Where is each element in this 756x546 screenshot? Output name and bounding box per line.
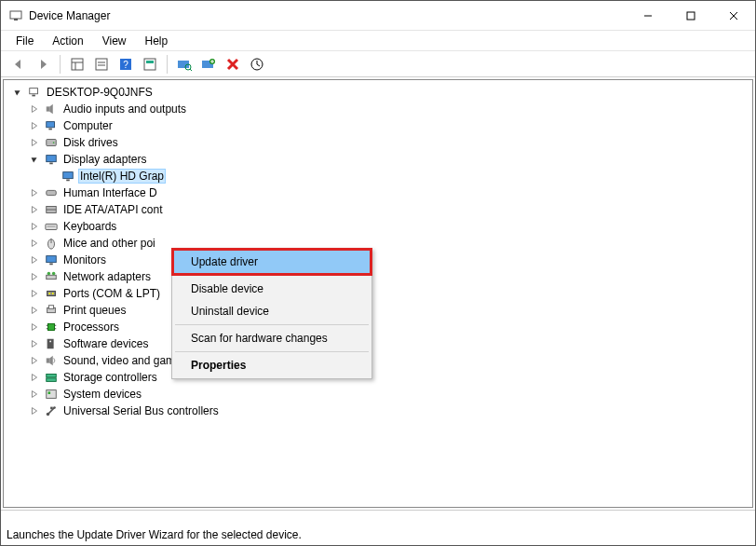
tree-category-label: System devices bbox=[61, 387, 143, 402]
close-button[interactable] bbox=[712, 1, 755, 31]
cm-uninstall-device[interactable]: Uninstall device bbox=[174, 300, 370, 322]
cm-scan-hardware[interactable]: Scan for hardware changes bbox=[174, 327, 370, 349]
scan-hardware-button[interactable] bbox=[174, 54, 195, 75]
svg-rect-0 bbox=[10, 11, 21, 19]
tree-category-label: Display adapters bbox=[61, 152, 148, 167]
svg-rect-63 bbox=[47, 378, 57, 382]
tree-toggle-icon[interactable] bbox=[28, 388, 41, 401]
tree-toggle-icon[interactable] bbox=[28, 203, 41, 216]
tree-category-label: Disk drives bbox=[61, 135, 120, 150]
tree-category[interactable]: Disk drives bbox=[7, 134, 752, 151]
tree-category[interactable]: Human Interface D bbox=[7, 184, 752, 201]
system-icon bbox=[44, 387, 59, 402]
tree-toggle-icon[interactable] bbox=[28, 304, 41, 317]
svg-rect-14 bbox=[144, 59, 155, 70]
tree-category[interactable]: Audio inputs and outputs bbox=[7, 101, 752, 117]
tree-toggle-icon[interactable] bbox=[28, 153, 41, 166]
svg-rect-44 bbox=[47, 256, 57, 263]
tree-category[interactable]: System devices bbox=[7, 386, 752, 403]
menu-help[interactable]: Help bbox=[136, 33, 178, 49]
tree-category[interactable]: Computer bbox=[7, 117, 752, 134]
tree-category[interactable]: Software devices bbox=[7, 335, 752, 352]
tree-toggle-icon[interactable] bbox=[28, 270, 41, 283]
tree-toggle-icon[interactable] bbox=[28, 354, 41, 367]
svg-rect-65 bbox=[48, 391, 51, 394]
cm-separator bbox=[175, 351, 369, 352]
uninstall-button[interactable] bbox=[223, 54, 243, 75]
svg-rect-64 bbox=[47, 390, 57, 399]
tree-toggle-icon[interactable] bbox=[28, 237, 41, 250]
properties-button[interactable] bbox=[91, 54, 112, 75]
toolbar: ? bbox=[1, 51, 755, 77]
back-button[interactable] bbox=[8, 54, 29, 75]
tree-category[interactable]: Mice and other poi bbox=[7, 235, 752, 252]
svg-rect-45 bbox=[49, 264, 53, 266]
tree-category-label: Monitors bbox=[61, 253, 108, 267]
tree-toggle-icon[interactable] bbox=[28, 136, 41, 149]
tree-toggle-icon[interactable] bbox=[28, 186, 41, 199]
tree-category[interactable]: IDE ATA/ATAPI cont bbox=[7, 201, 752, 218]
ide-icon bbox=[44, 202, 59, 217]
tree-toggle-icon[interactable] bbox=[28, 321, 41, 334]
svg-rect-53 bbox=[48, 306, 53, 309]
cm-properties[interactable]: Properties bbox=[174, 354, 370, 376]
forward-button[interactable] bbox=[33, 54, 53, 75]
window-controls bbox=[627, 1, 755, 31]
tree-toggle-icon[interactable] bbox=[28, 337, 41, 350]
svg-rect-15 bbox=[146, 61, 154, 63]
svg-rect-6 bbox=[72, 59, 83, 70]
tree-category[interactable]: Keyboards bbox=[7, 218, 752, 235]
printer-icon bbox=[44, 303, 59, 318]
svg-rect-9 bbox=[96, 59, 107, 70]
tree-root[interactable]: DESKTOP-9Q0JNFS bbox=[7, 84, 752, 101]
help-button[interactable]: ? bbox=[115, 54, 136, 75]
svg-rect-36 bbox=[66, 180, 70, 182]
tree-toggle-icon[interactable] bbox=[28, 220, 41, 233]
update-driver-button[interactable] bbox=[247, 54, 267, 75]
menu-view[interactable]: View bbox=[93, 33, 136, 49]
network-icon bbox=[44, 269, 59, 284]
tree-category-label: Network adapters bbox=[61, 269, 153, 284]
disk-icon bbox=[44, 135, 59, 150]
tree-category[interactable]: Print queues bbox=[7, 302, 752, 319]
tree-toggle-icon[interactable] bbox=[28, 119, 41, 132]
hid-icon bbox=[44, 185, 59, 200]
tree-category[interactable]: Monitors bbox=[7, 252, 752, 268]
tree-toggle-icon[interactable] bbox=[28, 287, 41, 300]
monitor-icon bbox=[44, 253, 59, 267]
cm-update-driver[interactable]: Update driver bbox=[174, 251, 370, 273]
add-legacy-button[interactable] bbox=[198, 54, 219, 75]
tree-category[interactable]: Ports (COM & LPT) bbox=[7, 285, 752, 302]
svg-rect-35 bbox=[63, 172, 74, 179]
tree-toggle-icon[interactable] bbox=[28, 102, 41, 116]
show-hide-tree-button[interactable] bbox=[67, 54, 88, 75]
tree-category[interactable]: Storage controllers bbox=[7, 369, 752, 386]
tree-category-label: Computer bbox=[61, 118, 115, 133]
sound-icon bbox=[44, 353, 59, 368]
menu-file[interactable]: File bbox=[7, 33, 43, 49]
tree-toggle-icon[interactable] bbox=[28, 404, 41, 417]
tree-category[interactable]: Sound, video and game controllers bbox=[7, 352, 752, 369]
tree-category[interactable]: Universal Serial Bus controllers bbox=[7, 403, 752, 419]
device-tree-pane[interactable]: DESKTOP-9Q0JNFSAudio inputs and outputsC… bbox=[3, 79, 753, 508]
menu-action[interactable]: Action bbox=[43, 33, 92, 49]
maximize-button[interactable] bbox=[669, 1, 712, 31]
storage-icon bbox=[44, 370, 59, 385]
action-button[interactable] bbox=[140, 54, 160, 75]
tree-toggle-icon[interactable] bbox=[28, 253, 41, 266]
tree-category[interactable]: Display adapters bbox=[7, 151, 752, 168]
tree-category[interactable]: Network adapters bbox=[7, 268, 752, 285]
svg-rect-34 bbox=[49, 163, 53, 165]
cm-disable-device[interactable]: Disable device bbox=[174, 278, 370, 300]
svg-rect-3 bbox=[687, 12, 695, 20]
svg-rect-51 bbox=[52, 293, 54, 294]
tree-toggle-icon[interactable] bbox=[11, 86, 24, 99]
svg-rect-69 bbox=[50, 407, 53, 410]
minimize-button[interactable] bbox=[627, 1, 669, 31]
toolbar-divider bbox=[167, 55, 168, 74]
tree-category-label: Audio inputs and outputs bbox=[61, 102, 188, 116]
tree-category[interactable]: Processors bbox=[7, 319, 752, 335]
svg-rect-37 bbox=[47, 190, 57, 195]
tree-device[interactable]: Intel(R) HD Grap bbox=[7, 168, 752, 184]
tree-toggle-icon[interactable] bbox=[28, 371, 41, 384]
